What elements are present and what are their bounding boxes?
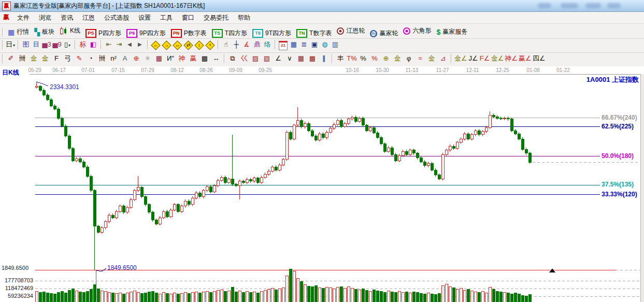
percent-line-tool-icon[interactable]: % bbox=[369, 53, 380, 64]
crosshair-tool-icon[interactable]: ┼ bbox=[232, 39, 241, 50]
span-tool-icon[interactable]: ↔ bbox=[211, 53, 221, 64]
gold-level2-tool-icon[interactable]: 金 bbox=[426, 53, 437, 64]
toolbar-行情[interactable]: ▦行情 bbox=[5, 25, 32, 39]
colored-chart-icon[interactable]: ◧ bbox=[89, 39, 98, 50]
calculator-tool-icon[interactable]: ▦ bbox=[289, 39, 298, 50]
info-view-icon[interactable]: 目 bbox=[32, 39, 41, 50]
shaded-square2-tool-icon[interactable]: ▧ bbox=[262, 53, 272, 64]
ruler-lines-tool-icon[interactable]: 卌 bbox=[97, 53, 107, 64]
angle-tool-icon[interactable]: ∡ bbox=[242, 39, 251, 50]
calendar-tool-icon[interactable]: 21 bbox=[279, 41, 288, 50]
time-cycle-tool-icon[interactable]: ◔ bbox=[85, 53, 96, 64]
gold-ratio-tool-2-icon[interactable]: 金 bbox=[40, 53, 50, 64]
level-list-tool-icon[interactable]: 丰 bbox=[335, 53, 346, 64]
notes-tool-icon[interactable]: ≣ bbox=[299, 39, 309, 50]
compress-vertical-icon[interactable]: ↕ bbox=[194, 40, 204, 50]
wave-tool-icon[interactable]: ∨ bbox=[284, 53, 295, 64]
toolbar-9P四方形[interactable]: P99P四方形 bbox=[124, 26, 168, 40]
ray-fan-tool-icon[interactable]: 巜 bbox=[239, 53, 249, 64]
menu-item-文件[interactable]: 文件 bbox=[12, 12, 34, 23]
time-lines-tool-icon[interactable]: 卌 bbox=[17, 53, 27, 64]
pan-left-icon[interactable]: ← bbox=[151, 40, 160, 50]
quarter-mark-tool-icon[interactable]: И″ bbox=[165, 53, 176, 64]
bars-9-icon[interactable]: ▅9 bbox=[52, 39, 62, 50]
menu-item-交易委托[interactable]: 交易委托 bbox=[199, 12, 233, 23]
menu-item-帮助[interactable]: 帮助 bbox=[233, 12, 255, 23]
pencil-tool-icon[interactable]: ✐ bbox=[6, 53, 16, 64]
menu-item-公式选股[interactable]: 公式选股 bbox=[99, 12, 134, 23]
pattern-view-icon[interactable]: 图 bbox=[21, 39, 31, 50]
star-burst-tool-icon[interactable]: ✳ bbox=[142, 53, 153, 64]
shen-tool-icon[interactable]: 神 bbox=[177, 53, 187, 64]
vertical-scrollbar[interactable] bbox=[640, 74, 644, 302]
menu-item-浏览[interactable]: 浏览 bbox=[34, 12, 56, 23]
toolbar-赢家轮[interactable]: Big赢家轮 bbox=[367, 27, 400, 40]
menu-item-工具[interactable]: 工具 bbox=[155, 12, 177, 23]
menu-item-江恩[interactable]: 江恩 bbox=[78, 12, 99, 23]
menu-item-设置[interactable]: 设置 bbox=[134, 12, 155, 23]
menu-item-资讯[interactable]: 资讯 bbox=[56, 12, 78, 23]
toolbar-K线[interactable]: K线 bbox=[57, 24, 83, 37]
candle-style-icon[interactable]: ▯▾ bbox=[63, 39, 72, 50]
web-sync-tool-icon[interactable]: ◍ bbox=[320, 39, 330, 50]
f-angle-tool-icon[interactable]: F∠ bbox=[480, 53, 490, 64]
window-control-blurred-2[interactable] bbox=[561, 3, 578, 8]
square-n2-tool-icon[interactable]: n² bbox=[108, 53, 119, 64]
grid2-tool-icon[interactable]: ▩ bbox=[307, 53, 318, 64]
shaded-square-tool-icon[interactable]: ▨ bbox=[250, 53, 261, 64]
delta-angle-tool-icon[interactable]: ⊿ bbox=[438, 53, 448, 64]
menu-item-窗口[interactable]: 窗口 bbox=[177, 12, 199, 23]
four-angle-tool-icon[interactable]: 四∠ bbox=[533, 53, 546, 64]
move-pen-tool-icon[interactable]: φ bbox=[404, 53, 414, 64]
mark-tool-icon[interactable]: 标 bbox=[78, 39, 88, 50]
prev-bar-icon[interactable]: ◄ bbox=[125, 39, 134, 50]
circle-cross-tool-icon[interactable]: ⊕ bbox=[131, 53, 141, 64]
gold-circle-tool-icon[interactable]: ⊕ bbox=[381, 53, 391, 64]
text-tool-icon[interactable]: A bbox=[120, 53, 130, 64]
toolbar-赢家服务[interactable]: $赢家服务 bbox=[434, 25, 470, 39]
wave-percent-tool-icon[interactable]: ≈ bbox=[415, 53, 425, 64]
number-grid-tool-icon[interactable]: ▩ bbox=[199, 53, 210, 64]
hand-tool-icon[interactable]: ☝ bbox=[221, 39, 231, 50]
toolbar-六角形[interactable]: 六角形 bbox=[400, 24, 434, 38]
first-bar-icon[interactable]: ⇤ bbox=[104, 39, 113, 50]
fib-lines-tool-icon[interactable]: F bbox=[51, 53, 62, 64]
next-bar-icon[interactable]: ► bbox=[135, 39, 145, 50]
network-tool-icon[interactable]: 络 bbox=[263, 39, 272, 50]
ying-angle-tool-icon[interactable]: 赢∠ bbox=[519, 53, 532, 64]
toolbar-P四方形[interactable]: PSP四方形 bbox=[83, 26, 124, 40]
arc-tool-icon[interactable]: 弓 bbox=[63, 53, 73, 64]
window-control-blurred-4[interactable] bbox=[607, 3, 621, 8]
angle-line-tool-icon[interactable]: ∠ bbox=[273, 53, 283, 64]
save-tool-icon[interactable]: ▣ bbox=[310, 39, 319, 50]
toolbar-T四方形[interactable]: TST四方形 bbox=[209, 26, 250, 40]
window-control-blurred-1[interactable] bbox=[538, 3, 551, 8]
gann-frame-tool-icon[interactable]: 鼎 bbox=[252, 39, 262, 50]
toolbar-江恩轮[interactable]: 江恩轮 bbox=[334, 24, 367, 38]
gold-ratio-tool-1-icon[interactable]: 金 bbox=[28, 53, 39, 64]
gold-level-tool-icon[interactable]: 金 bbox=[392, 53, 403, 64]
grid-tool-icon[interactable]: ▦ bbox=[296, 53, 306, 64]
period-day-selector-icon[interactable]: 日▾ bbox=[6, 39, 15, 50]
window-control-blurred-3[interactable] bbox=[585, 3, 601, 8]
percent-tool-icon[interactable]: % bbox=[358, 53, 368, 64]
toolbar-板块[interactable]: ▚板块 bbox=[32, 25, 57, 39]
shen-angle-tool-icon[interactable]: 神∠ bbox=[505, 53, 518, 64]
j-angle-tool-icon[interactable]: J∠ bbox=[468, 53, 479, 64]
last-bar-icon[interactable]: ⇥ bbox=[115, 39, 124, 50]
gold-angle-tool-icon[interactable]: 金∠ bbox=[454, 53, 467, 64]
expand-horizontal-icon[interactable]: ↔ bbox=[173, 40, 182, 50]
bars-3-icon[interactable]: ▅3 bbox=[42, 39, 51, 50]
pan-right-icon[interactable]: → bbox=[162, 40, 171, 50]
expand-all-icon[interactable]: + bbox=[205, 40, 214, 50]
compress-horizontal-icon[interactable]: ⇄ bbox=[183, 40, 193, 50]
toolbar-9T四方形[interactable]: T99T四方形 bbox=[250, 26, 294, 40]
marker-pencil-tool-icon[interactable]: ✎ bbox=[74, 53, 84, 64]
percent-t-tool-icon[interactable]: Τ% bbox=[347, 53, 357, 64]
box-tool-icon[interactable]: ⧉ bbox=[227, 53, 238, 64]
remote-tool-icon[interactable]: ▥ bbox=[331, 39, 340, 50]
toolbar-P数字表[interactable]: PNP数字表 bbox=[168, 26, 209, 40]
gold-angle2-tool-icon[interactable]: 金∠ bbox=[491, 53, 504, 64]
gann-square-tool-icon[interactable]: ▦ bbox=[154, 53, 164, 64]
parallel-lines-tool-icon[interactable]: ∥ bbox=[319, 53, 329, 64]
